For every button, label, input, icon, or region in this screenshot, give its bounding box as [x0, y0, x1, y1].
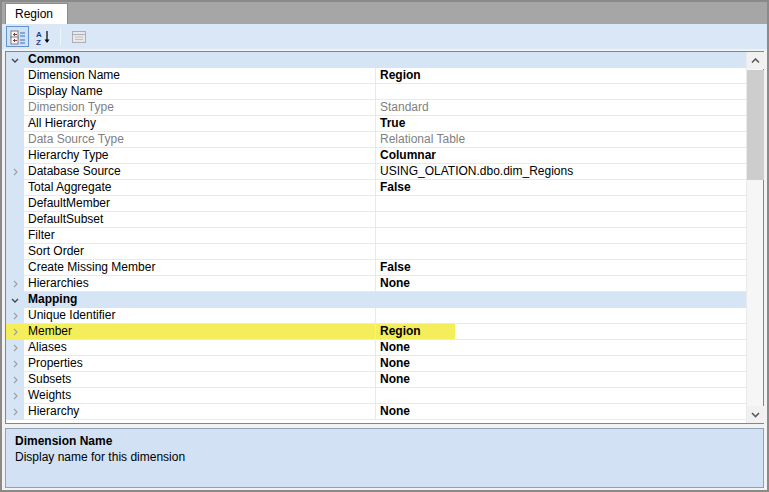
property-pages-button[interactable] [67, 26, 90, 47]
property-name: Hierarchy [24, 404, 376, 420]
property-row[interactable]: Hierarchy Type Columnar [6, 148, 746, 164]
property-name: Subsets [24, 372, 376, 388]
property-row[interactable]: Aliases None [6, 340, 746, 356]
alphabetical-button[interactable]: A Z [31, 26, 54, 47]
property-value[interactable]: Region [376, 68, 746, 84]
property-row[interactable]: DefaultMember [6, 196, 746, 212]
property-value[interactable] [376, 308, 746, 324]
category-label: Mapping [24, 292, 746, 308]
property-pages-icon [71, 30, 87, 44]
property-value[interactable] [376, 228, 746, 244]
row-expander[interactable] [6, 324, 24, 340]
property-value[interactable] [376, 388, 746, 404]
categorized-icon [10, 29, 26, 45]
property-value[interactable]: Region [376, 324, 746, 340]
property-value[interactable]: None [376, 276, 746, 292]
row-expander[interactable] [6, 180, 24, 196]
property-value[interactable] [376, 84, 746, 100]
property-value[interactable]: False [376, 260, 746, 276]
property-value[interactable]: Relational Table [376, 132, 746, 148]
property-row[interactable]: Dimension Name Region [6, 68, 746, 84]
vertical-scrollbar[interactable] [746, 52, 763, 423]
property-row[interactable]: Data Source Type Relational Table [6, 132, 746, 148]
scroll-down-button[interactable] [747, 406, 764, 423]
property-row[interactable]: Member Region [6, 324, 746, 340]
row-expander[interactable] [6, 356, 24, 372]
property-grid: Common Dimension Name Region Display Nam… [5, 51, 764, 424]
property-grid-toolbar: A Z [2, 24, 767, 49]
property-value[interactable]: True [376, 116, 746, 132]
row-expander[interactable] [6, 340, 24, 356]
category-expander[interactable] [6, 52, 24, 68]
property-row[interactable]: Subsets None [6, 372, 746, 388]
property-row[interactable]: Display Name [6, 84, 746, 100]
property-name: Unique Identifier [24, 308, 376, 324]
property-value[interactable] [376, 244, 746, 260]
toolbar-separator [60, 28, 61, 45]
property-row[interactable]: Properties None [6, 356, 746, 372]
row-expander[interactable] [6, 404, 24, 420]
property-row[interactable]: All Hierarchy True [6, 116, 746, 132]
row-expander[interactable] [6, 84, 24, 100]
property-name: Weights [24, 388, 376, 404]
row-expander[interactable] [6, 116, 24, 132]
svg-text:Z: Z [36, 37, 41, 45]
property-value[interactable]: Standard [376, 100, 746, 116]
property-value[interactable] [376, 212, 746, 228]
description-panel: Dimension Name Display name for this dim… [5, 428, 764, 488]
row-expander[interactable] [6, 276, 24, 292]
property-value[interactable] [376, 196, 746, 212]
property-rows: Common Dimension Name Region Display Nam… [6, 52, 746, 423]
property-row[interactable]: Hierarchies None [6, 276, 746, 292]
property-name: Properties [24, 356, 376, 372]
row-expander[interactable] [6, 388, 24, 404]
property-row[interactable]: Unique Identifier [6, 308, 746, 324]
row-expander[interactable] [6, 212, 24, 228]
row-expander[interactable] [6, 100, 24, 116]
property-value[interactable]: False [376, 180, 746, 196]
property-row[interactable]: Create Missing Member False [6, 260, 746, 276]
scrollbar-thumb[interactable] [747, 70, 764, 180]
row-expander[interactable] [6, 132, 24, 148]
chevron-right-icon [13, 280, 18, 288]
property-row[interactable]: Weights [6, 388, 746, 404]
property-value[interactable]: None [376, 356, 746, 372]
chevron-right-icon [13, 392, 18, 400]
property-value[interactable]: None [376, 404, 746, 420]
property-row[interactable]: Database Source USING_OLATION.dbo.dim_Re… [6, 164, 746, 180]
property-value[interactable]: None [376, 372, 746, 388]
row-expander[interactable] [6, 164, 24, 180]
tab-region[interactable]: Region [5, 3, 68, 24]
row-expander[interactable] [6, 372, 24, 388]
property-name: Create Missing Member [24, 260, 376, 276]
category-row[interactable]: Mapping [6, 292, 746, 308]
property-row[interactable]: Filter [6, 228, 746, 244]
property-value[interactable]: USING_OLATION.dbo.dim_Regions [376, 164, 746, 180]
row-expander[interactable] [6, 196, 24, 212]
property-value[interactable]: Columnar [376, 148, 746, 164]
categorized-button[interactable] [6, 26, 29, 47]
row-expander[interactable] [6, 148, 24, 164]
properties-window: Region A Z [0, 0, 769, 492]
row-expander[interactable] [6, 308, 24, 324]
property-row[interactable]: Dimension Type Standard [6, 100, 746, 116]
row-expander[interactable] [6, 68, 24, 84]
chevron-right-icon [13, 168, 18, 176]
property-row[interactable]: Total Aggregate False [6, 180, 746, 196]
category-row[interactable]: Common [6, 52, 746, 68]
row-expander[interactable] [6, 244, 24, 260]
chevron-down-icon [11, 298, 19, 303]
property-row[interactable]: Sort Order [6, 244, 746, 260]
property-name: Hierarchy Type [24, 148, 376, 164]
sort-az-icon: A Z [35, 29, 51, 45]
property-row[interactable]: DefaultSubset [6, 212, 746, 228]
property-name: Aliases [24, 340, 376, 356]
row-expander[interactable] [6, 260, 24, 276]
property-row[interactable]: Hierarchy None [6, 404, 746, 420]
scroll-up-button[interactable] [747, 52, 764, 69]
row-expander[interactable] [6, 228, 24, 244]
property-value[interactable]: None [376, 340, 746, 356]
description-text: Display name for this dimension [15, 450, 754, 464]
property-name: DefaultMember [24, 196, 376, 212]
category-expander[interactable] [6, 292, 24, 308]
